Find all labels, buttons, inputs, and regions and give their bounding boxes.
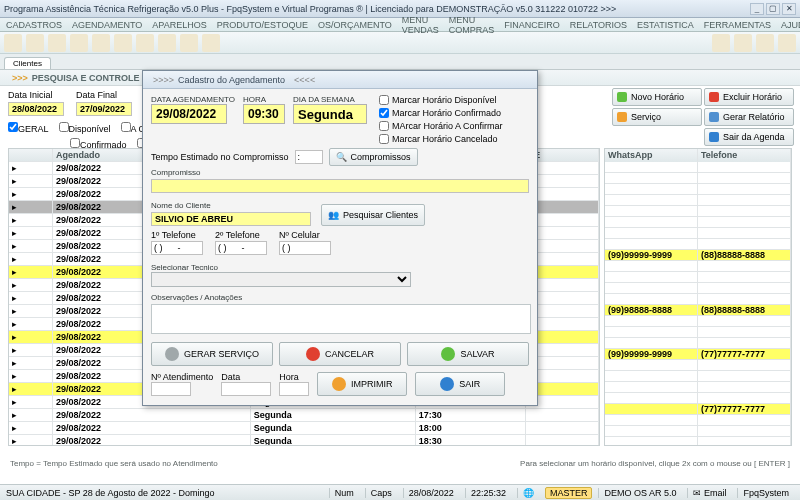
chk-marcar-disponivel[interactable] <box>379 95 389 105</box>
table-row[interactable]: ▸29/08/2022Segunda18:00 <box>9 422 599 435</box>
tempo-input[interactable] <box>295 150 323 164</box>
gerar-relatorio-button[interactable]: Gerar Relatório <box>704 108 794 126</box>
data2-input[interactable] <box>221 382 271 396</box>
imprimir-button[interactable]: IMPRIMIR <box>317 372 407 396</box>
menu-ajuda[interactable]: AJUDA <box>781 20 800 30</box>
excluir-horario-button[interactable]: Excluir Horário <box>704 88 794 106</box>
phone-grid[interactable]: WhatsApp Telefone (99)99999-9999(88)8888… <box>604 148 792 446</box>
data-agendamento-input[interactable] <box>151 104 227 124</box>
menu-produto[interactable]: PRODUTO/ESTOQUE <box>217 20 308 30</box>
cancelar-button[interactable]: CANCELAR <box>279 342 401 366</box>
table-row[interactable]: ▸29/08/2022Segunda18:30 <box>9 435 599 446</box>
table-row[interactable]: (99)99999-9999(88)88888-8888 <box>605 250 791 261</box>
maximize-button[interactable]: ▢ <box>766 3 780 15</box>
chk-geral[interactable] <box>8 122 18 132</box>
status-demo: DEMO OS AR 5.0 <box>598 488 681 498</box>
obs-textarea[interactable] <box>151 304 531 334</box>
minimize-button[interactable]: _ <box>750 3 764 15</box>
data-final-input[interactable] <box>76 102 132 116</box>
toolbar-icon[interactable] <box>712 34 730 52</box>
menu-agendamento[interactable]: AGENDAMENTO <box>72 20 142 30</box>
toolbar-icon[interactable] <box>778 34 796 52</box>
envelope-icon: ✉ <box>693 488 701 498</box>
salvar-button[interactable]: SALVAR <box>407 342 529 366</box>
novo-horario-button[interactable]: Novo Horário <box>612 88 702 106</box>
toolbar-icon[interactable] <box>734 34 752 52</box>
hora-input[interactable] <box>243 104 285 124</box>
table-row[interactable] <box>605 327 791 338</box>
table-row[interactable] <box>605 162 791 173</box>
table-row[interactable] <box>605 393 791 404</box>
table-row[interactable] <box>605 437 791 446</box>
menu-cadastros[interactable]: CADASTROS <box>6 20 62 30</box>
toolbar-icon[interactable] <box>4 34 22 52</box>
table-row[interactable] <box>605 415 791 426</box>
toolbar-icon[interactable] <box>756 34 774 52</box>
toolbar-icon[interactable] <box>158 34 176 52</box>
table-row[interactable] <box>605 382 791 393</box>
menu-os[interactable]: OS/ORÇAMENTO <box>318 20 392 30</box>
toolbar-icon[interactable] <box>48 34 66 52</box>
toolbar-icon[interactable] <box>180 34 198 52</box>
menu-ferramentas[interactable]: FERRAMENTAS <box>704 20 771 30</box>
toolbar-icon[interactable] <box>114 34 132 52</box>
table-row[interactable]: ▸29/08/2022Segunda17:30 <box>9 409 599 422</box>
chk-confirmado[interactable] <box>70 138 80 148</box>
tel1-input[interactable] <box>151 241 203 255</box>
menu-estatistica[interactable]: ESTATISTICA <box>637 20 694 30</box>
table-row[interactable] <box>605 371 791 382</box>
menu-vendas[interactable]: MENU VENDAS <box>402 15 439 35</box>
close-button[interactable]: ✕ <box>782 3 796 15</box>
tecnico-select[interactable] <box>151 272 411 287</box>
celular-input[interactable] <box>279 241 331 255</box>
tab-clientes[interactable]: Clientes <box>4 57 51 69</box>
table-row[interactable] <box>605 272 791 283</box>
table-row[interactable] <box>605 426 791 437</box>
chk-disponivel[interactable] <box>59 122 69 132</box>
dialog-titlebar[interactable]: >>>> Cadastro do Agendamento <<<< <box>143 71 537 89</box>
tel2-input[interactable] <box>215 241 267 255</box>
data-inicial-input[interactable] <box>8 102 64 116</box>
toolbar-icon[interactable] <box>202 34 220 52</box>
table-row[interactable]: (77)77777-7777 <box>605 404 791 415</box>
menu-relatorios[interactable]: RELATORIOS <box>570 20 627 30</box>
window-titlebar: Programa Assistência Técnica Refrigeraçã… <box>0 0 800 18</box>
chk-marcar-aconfirmar[interactable] <box>379 121 389 131</box>
sair-button[interactable]: SAIR <box>415 372 505 396</box>
table-row[interactable] <box>605 206 791 217</box>
table-row[interactable] <box>605 294 791 305</box>
chk-marcar-cancelado[interactable] <box>379 134 389 144</box>
gerar-servico-button[interactable]: GERAR SERVIÇO <box>151 342 273 366</box>
table-row[interactable] <box>605 283 791 294</box>
sair-agenda-button[interactable]: Sair da Agenda <box>704 128 794 146</box>
toolbar-icon[interactable] <box>70 34 88 52</box>
table-row[interactable] <box>605 173 791 184</box>
chk-aconfirmar[interactable] <box>121 122 131 132</box>
menu-aparelhos[interactable]: APARELHOS <box>152 20 206 30</box>
toolbar-icon[interactable] <box>92 34 110 52</box>
table-row[interactable] <box>605 360 791 371</box>
table-row[interactable] <box>605 184 791 195</box>
compromisso-input[interactable] <box>151 179 529 193</box>
table-row[interactable] <box>605 217 791 228</box>
nome-cliente-input[interactable] <box>151 212 311 226</box>
chk-marcar-confirmado[interactable] <box>379 108 389 118</box>
table-row[interactable] <box>605 316 791 327</box>
hora2-input[interactable] <box>279 382 309 396</box>
status-master: MASTER <box>545 487 593 499</box>
table-row[interactable] <box>605 239 791 250</box>
toolbar-icon[interactable] <box>26 34 44 52</box>
table-row[interactable]: (99)98888-8888(88)88888-8888 <box>605 305 791 316</box>
table-row[interactable] <box>605 228 791 239</box>
table-row[interactable]: (99)99999-9999(77)77777-7777 <box>605 349 791 360</box>
table-row[interactable] <box>605 338 791 349</box>
servico-button[interactable]: Serviço <box>612 108 702 126</box>
menu-financeiro[interactable]: FINANCEIRO <box>504 20 560 30</box>
toolbar-icon[interactable] <box>136 34 154 52</box>
natendimento-input[interactable] <box>151 382 191 396</box>
compromissos-button[interactable]: 🔍Compromissos <box>329 148 418 166</box>
menu-compras[interactable]: MENU COMPRAS <box>449 15 495 35</box>
pesquisar-clientes-button[interactable]: 👥Pesquisar Clientes <box>321 204 425 226</box>
table-row[interactable] <box>605 261 791 272</box>
table-row[interactable] <box>605 195 791 206</box>
